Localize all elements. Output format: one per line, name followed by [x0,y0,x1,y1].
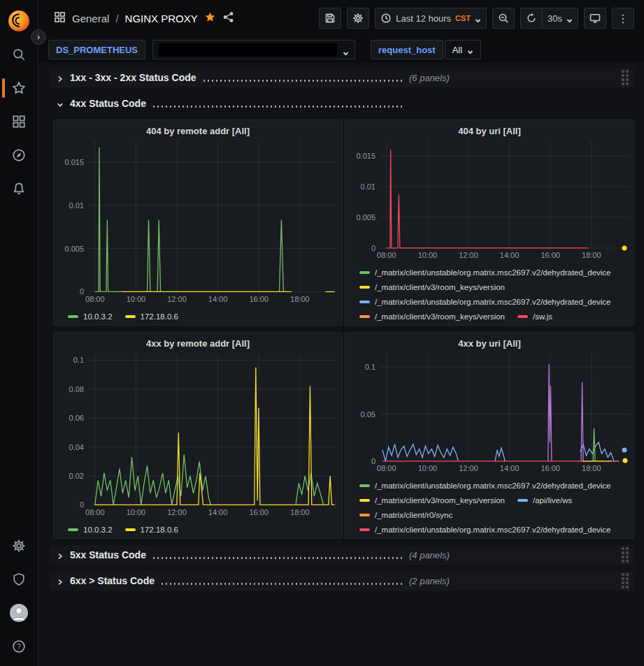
x-tick-label: 10:00 [418,251,438,259]
time-range-picker[interactable]: Last 12 hours CST [375,8,487,29]
legend-series-color [359,484,370,487]
time-range-label: Last 12 hours [396,13,451,24]
sidebar-item-dashboards[interactable] [0,105,38,138]
request-host-select[interactable]: All [445,40,481,59]
legend-item[interactable]: /_matrix/client/unstable/org.matrix.msc2… [359,268,611,277]
x-tick-label: 12:00 [459,251,478,259]
legend-item[interactable]: /api/live/ws [517,496,572,505]
chevron-right-icon [56,577,64,585]
dashboard-settings-button[interactable] [347,8,369,29]
legend-item[interactable]: 172.18.0.6 [125,312,178,321]
clock-icon [380,13,392,24]
y-tick-label: 0.02 [69,472,84,480]
sidebar-item-server-admin[interactable] [0,563,38,596]
sidebar-bottom: ? [0,529,38,666]
grafana-app: ? › General / NGINX PROXY [0,0,644,666]
sidebar-item-explore[interactable] [0,138,38,172]
legend-item[interactable]: /sw.js [517,312,552,321]
breadcrumb-separator: / [115,13,118,24]
user-avatar [10,604,28,622]
sidebar-item-starred[interactable] [0,71,38,105]
chart-panel: 4xx by uri [All] 00.050.1 08:0010:0012:0… [345,332,634,539]
legend-item[interactable]: /_matrix/client/unstable/org.matrix.msc2… [359,298,611,306]
legend-item[interactable]: /_matrix/client/v3/room_keys/version [359,312,505,321]
legend-item[interactable]: 10.0.3.2 [68,526,113,534]
legend-item[interactable]: /_matrix/client/unstable/org.matrix.msc2… [359,526,611,534]
legend-series-color [359,315,370,318]
refresh-interval-dropdown[interactable]: 30s [542,8,578,29]
row-panel-count: (6 panels) [409,73,450,83]
cycle-view-mode-button[interactable] [584,8,606,29]
legend-item[interactable]: 10.0.3.2 [68,312,113,321]
y-tick-label: 0.005 [356,213,375,222]
variables-bar: DS_PROMETHEUS request_host All [38,36,644,63]
legend-series-label: /_matrix/client/v3/room_keys/version [375,283,505,291]
refresh-button[interactable] [520,8,542,29]
chevron-down-icon [56,99,64,108]
chevron-down-icon [566,15,573,22]
legend-series-color [359,271,370,274]
breadcrumb-dashboard-title[interactable]: NGINX PROXY [125,13,198,24]
series-line [95,454,211,505]
y-tick-label: 0 [80,500,84,509]
panel-grid: 404 by remote addr [All] 00.0050.010.015… [49,120,634,539]
compass-icon [12,148,26,162]
row-drag-handle[interactable] [622,70,629,85]
sidebar-item-profile[interactable] [0,596,38,630]
legend-item[interactable]: /_matrix/client/v3/room_keys/version [359,496,505,505]
legend-series-color [125,315,136,318]
x-tick-label: 08:00 [377,464,396,472]
sidebar-item-alerting[interactable] [0,172,38,205]
legend-item[interactable]: 172.18.0.6 [125,526,178,534]
y-axis-labels: 00.0050.010.015 [350,140,380,249]
y-tick-label: 0.06 [69,414,84,422]
save-dashboard-button[interactable] [319,8,341,29]
row-5xx[interactable]: 5xx Status Code (4 panels) [49,545,634,565]
more-options-kebab[interactable]: ⋮ [612,8,634,29]
row-drag-handle[interactable] [622,547,629,563]
legend-series-label: /_matrix/client/unstable/org.matrix.msc2… [375,268,611,277]
legend-series-color [359,528,370,531]
plot-area[interactable] [380,353,629,462]
sidebar-item-help[interactable]: ? [0,630,38,663]
panel-title[interactable]: 404 by uri [All] [350,124,629,140]
datasource-select[interactable] [152,40,355,59]
y-tick-label: 0.015 [356,152,375,160]
panel-title[interactable]: 4xx by uri [All] [350,336,629,353]
panel-title[interactable]: 404 by remote addr [All] [58,124,338,140]
refresh-group: 30s [520,8,578,29]
legend-item[interactable]: /_matrix/client/v3/room_keys/version [359,283,505,291]
legend-series-label: /_matrix/client/r0/sync [375,511,452,519]
plot-area[interactable] [89,353,338,506]
apps-grid-icon[interactable] [54,11,66,25]
legend-series-label: /_matrix/client/unstable/org.matrix.msc2… [375,298,611,306]
request-host-variable-label[interactable]: request_host [371,40,443,59]
zoom-out-button[interactable] [492,8,515,29]
sidebar-item-search[interactable] [0,38,38,71]
x-tick-label: 18:00 [290,508,310,516]
x-tick-label: 14:00 [208,295,228,303]
x-tick-label: 08:00 [377,251,396,259]
panel-legend: 10.0.3.2172.18.0.6 [58,307,338,322]
plot-area[interactable] [89,140,338,293]
x-tick-label: 14:00 [208,508,228,516]
breadcrumb-folder[interactable]: General [72,13,109,24]
request-host-variable: request_host All [371,40,481,59]
row-6xx[interactable]: 6xx > Status Code (2 panels) [49,571,634,591]
row-1xx-2xx-3xx[interactable]: 1xx - 3xx - 2xx Status Code (6 panels) [49,68,634,87]
sidebar-item-configuration[interactable] [0,529,38,563]
share-icon[interactable] [222,11,234,25]
sidebar-expand-button[interactable]: › [31,29,46,45]
panel-title[interactable]: 4xx by remote addr [All] [58,336,338,353]
legend-item[interactable]: /_matrix/client/unstable/org.matrix.msc2… [359,482,611,490]
favorite-star-icon[interactable] [204,11,216,25]
legend-item[interactable]: /_matrix/client/r0/sync [359,511,452,519]
row-4xx[interactable]: 4xx Status Code [49,94,634,113]
grafana-logo-icon [8,10,29,31]
series-line [580,442,620,461]
datasource-value-redacted [159,43,337,57]
row-drag-handle[interactable] [622,573,629,588]
shield-icon [12,572,26,586]
datasource-variable-label[interactable]: DS_PROMETHEUS [48,40,145,59]
plot-area[interactable] [380,140,629,249]
